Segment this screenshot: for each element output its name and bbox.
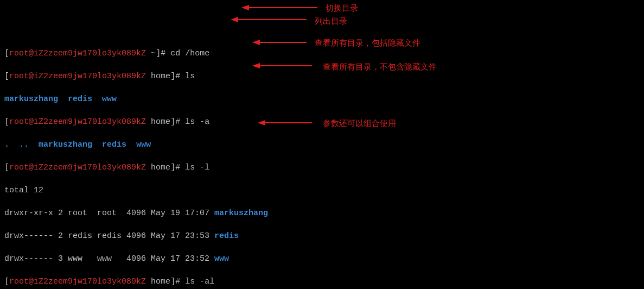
terminal-line: [root@iZ2zeem9jw170lo3yk089kZ home]# ls … [4, 162, 640, 173]
command-text: cd /home [170, 49, 209, 58]
terminal-line: [root@iZ2zeem9jw170lo3yk089kZ home]# ls … [4, 276, 640, 287]
command-text: ls -a [185, 117, 209, 127]
dir-name: www [214, 254, 229, 263]
file-perm: drwx------ 3 www www 4096 May 17 23:52 [4, 254, 214, 263]
annotation-label: 列出目录 [315, 15, 347, 27]
terminal-line: [root@iZ2zeem9jw170lo3yk089kZ home]# ls [4, 71, 640, 82]
svg-marker-5 [252, 40, 260, 45]
terminal-line: total 12 [4, 185, 640, 196]
output-text: total 12 [4, 186, 43, 195]
dir-name: www [136, 140, 151, 149]
svg-marker-3 [231, 17, 238, 22]
terminal-line: . .. markuszhang redis www [4, 139, 640, 150]
arrow-icon [252, 38, 307, 47]
dir-name: .. [19, 140, 29, 149]
annotation-label: 查看所有目录，不包含隐藏文件 [323, 61, 437, 72]
prompt-bracket: [ [4, 49, 9, 58]
dir-name: markuszhang [214, 209, 268, 218]
prompt-path: ~ [151, 49, 156, 58]
terminal-line: [root@iZ2zeem9jw170lo3yk089kZ ~]# cd /ho… [4, 48, 640, 59]
prompt-at: @ [29, 49, 34, 58]
arrow-icon [252, 61, 312, 70]
command-text: ls -al [185, 277, 214, 286]
prompt-host: iZ2zeem9jw170lo3yk089kZ [34, 49, 146, 58]
annotation-label: 参数还可以组合使用 [323, 117, 396, 129]
svg-marker-7 [252, 63, 260, 68]
file-perm: drwx------ 2 redis redis 4096 May 17 23:… [4, 231, 214, 241]
dir-name: redis [68, 95, 92, 104]
dir-name: redis [214, 231, 239, 241]
arrow-icon [231, 15, 307, 24]
annotation-label: 切换目录 [326, 2, 358, 14]
dir-name: www [102, 95, 117, 104]
dir-name: markuszhang [4, 95, 58, 104]
svg-marker-1 [241, 5, 249, 10]
prompt-user: root [9, 49, 29, 58]
dir-name: . [4, 140, 9, 149]
terminal-line: [root@iZ2zeem9jw170lo3yk089kZ home]# ls … [4, 116, 640, 128]
terminal-line: drwx------ 2 redis redis 4096 May 17 23:… [4, 230, 640, 242]
command-text: ls [185, 72, 195, 81]
command-text: ls -l [185, 163, 209, 172]
annotation-label: 查看所有目录，包括隐藏文件 [315, 37, 420, 48]
dir-name: markuszhang [39, 140, 92, 149]
terminal-line: drwx------ 3 www www 4096 May 17 23:52 w… [4, 253, 640, 265]
dir-name: redis [102, 140, 126, 149]
arrow-icon [241, 3, 317, 12]
file-perm: drwxr-xr-x 2 root root 4096 May 19 17:07 [4, 209, 214, 218]
terminal-line: markuszhang redis www [4, 93, 640, 105]
terminal-line: drwxr-xr-x 2 root root 4096 May 19 17:07… [4, 208, 640, 219]
